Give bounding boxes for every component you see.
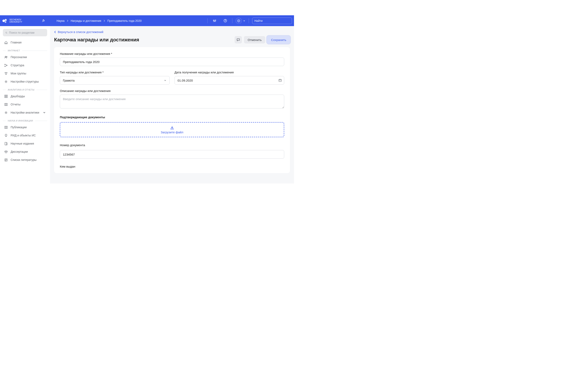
svg-rect-29 <box>6 97 7 98</box>
global-search-input[interactable] <box>254 19 290 22</box>
label-desc: Описание награды или достижения <box>60 89 284 92</box>
award-name-input[interactable] <box>60 58 284 66</box>
logo-text: SECHENOV UNIVERSITY <box>9 18 22 23</box>
breadcrumb-science[interactable]: Наука <box>57 19 65 22</box>
select-value: Грамота <box>63 79 75 82</box>
sidebar-item-label: Настройки аналитики <box>11 111 40 114</box>
sidebar-item-label: Настройки структуры <box>11 80 46 83</box>
logo-icon <box>2 18 8 24</box>
form-card: Название награды или достижения * Тип на… <box>54 47 290 173</box>
divider <box>208 18 208 23</box>
award-desc-textarea[interactable] <box>60 95 284 108</box>
sidebar-item-persons[interactable]: Персоналии <box>3 53 47 61</box>
sidebar-search-input[interactable] <box>9 31 45 34</box>
help-icon <box>224 19 227 22</box>
sidebar-group-science: НАУКА И ИННОВАЦИИ <box>3 119 47 122</box>
breadcrumb-current[interactable]: Преподаватель года 2020 <box>107 19 142 22</box>
fingerprint-icon <box>237 19 241 23</box>
settings-sliders-button[interactable] <box>211 17 218 25</box>
comment-icon <box>237 38 240 42</box>
sidebar-item-ip[interactable]: РИД и объекты ИС <box>3 131 47 140</box>
upload-label: Загрузите файл <box>161 131 183 134</box>
sidebar-group-analytics: АНАЛИТИКА И ОТЧЕТЫ <box>3 89 47 91</box>
sidebar-item-label: РИД и объекты ИС <box>11 134 46 137</box>
book-icon <box>4 125 8 129</box>
sidebar-item-analytics-settings[interactable]: Настройки аналитики <box>3 108 47 117</box>
svg-point-15 <box>6 32 7 33</box>
structure-icon <box>4 63 8 67</box>
label-name: Название награды или достижения * <box>60 52 284 55</box>
dashboard-icon <box>4 94 8 98</box>
sidebar: Главная ИНТРАНЕТ Персоналии Структура Мо… <box>0 26 50 184</box>
save-button[interactable]: Сохранить <box>267 36 290 43</box>
lightbulb-icon <box>4 133 8 137</box>
svg-point-24 <box>6 74 6 75</box>
upload-dropzone[interactable]: Загрузите файл <box>60 122 284 137</box>
svg-point-10 <box>238 20 239 21</box>
logo[interactable]: SECHENOV UNIVERSITY <box>2 18 40 24</box>
calendar-icon <box>278 79 282 82</box>
chevron-down-icon <box>164 79 167 82</box>
svg-point-6 <box>213 20 214 21</box>
gear-icon <box>4 111 8 114</box>
breadcrumb-awards[interactable]: Награды и достижения <box>71 19 101 22</box>
sidebar-item-structure-settings[interactable]: Настройки структуры <box>3 77 47 86</box>
sidebar-item-structure[interactable]: Структура <box>3 61 47 69</box>
home-icon <box>4 41 8 44</box>
cancel-button[interactable]: Отменить <box>244 36 265 43</box>
chevron-right-icon <box>103 20 105 22</box>
svg-rect-36 <box>279 79 281 82</box>
sidebar-item-label: Публикации <box>11 125 46 129</box>
sidebar-item-label: Дашборды <box>11 95 46 98</box>
svg-rect-31 <box>5 142 7 145</box>
sidebar-item-label: Главная <box>11 41 46 44</box>
award-type-select[interactable]: Грамота <box>60 76 170 85</box>
divider <box>249 18 249 23</box>
sidebar-search[interactable] <box>3 29 47 36</box>
pin-icon <box>42 19 45 22</box>
chevron-left-icon <box>54 31 56 33</box>
sidebar-item-dissertations[interactable]: Диссертации <box>3 148 47 156</box>
sidebar-item-reports[interactable]: Отчеты <box>3 100 47 108</box>
svg-line-16 <box>7 33 7 33</box>
back-link[interactable]: Вернуться в список достижений <box>54 30 103 34</box>
label-date: Дата получения награды или достижения <box>174 71 285 74</box>
sidebar-item-bibliography[interactable]: Списки литературы <box>3 156 47 164</box>
download-icon <box>170 125 174 130</box>
sidebar-item-dashboards[interactable]: Дашборды <box>3 92 47 100</box>
svg-point-30 <box>6 112 7 113</box>
award-date-input[interactable] <box>174 76 285 85</box>
help-button[interactable] <box>222 17 229 25</box>
global-search[interactable] <box>252 17 292 24</box>
svg-rect-28 <box>5 97 6 98</box>
sidebar-item-label: Мои группы <box>11 72 46 75</box>
gear-icon <box>4 80 8 83</box>
user-menu[interactable] <box>236 18 245 24</box>
svg-point-0 <box>2 20 5 22</box>
book-icon <box>4 103 8 106</box>
sidebar-item-home[interactable]: Главная <box>3 38 47 47</box>
doc-number-input[interactable] <box>60 150 284 159</box>
sliders-icon <box>213 19 216 22</box>
comment-button[interactable] <box>234 36 242 43</box>
divider <box>232 18 232 23</box>
breadcrumb: Наука Награды и достижения Преподаватель… <box>57 19 141 22</box>
pin-sidebar-button[interactable] <box>40 17 46 24</box>
journal-icon <box>4 142 8 145</box>
sidebar-item-label: Структура <box>11 64 46 67</box>
label-number: Номер документа <box>60 143 284 147</box>
sidebar-item-label: Персоналии <box>11 55 46 59</box>
sidebar-item-groups[interactable]: Мои группы <box>3 69 47 77</box>
users-icon <box>4 55 8 59</box>
svg-point-25 <box>6 81 7 82</box>
graduation-icon <box>4 150 8 154</box>
svg-point-18 <box>6 56 7 57</box>
app-header: SECHENOV UNIVERSITY Наука Награды и дост… <box>0 15 294 26</box>
sidebar-item-publications[interactable]: Публикации <box>3 123 47 131</box>
svg-point-17 <box>5 56 6 57</box>
sidebar-item-label: Научные издания <box>11 142 46 145</box>
avatar <box>236 18 242 24</box>
svg-rect-27 <box>6 95 7 96</box>
sidebar-item-journals[interactable]: Научные издания <box>3 140 47 148</box>
svg-point-8 <box>215 20 216 20</box>
